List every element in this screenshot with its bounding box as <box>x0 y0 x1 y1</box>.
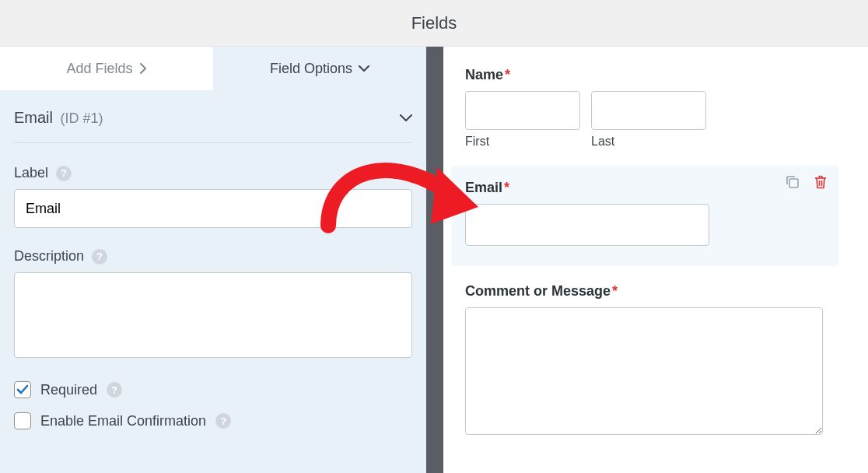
email-label-text: Email <box>465 180 502 195</box>
trash-icon[interactable] <box>812 173 829 191</box>
name-label: Name* <box>465 67 862 83</box>
tab-field-options[interactable]: Field Options <box>213 47 426 90</box>
help-icon[interactable]: ? <box>107 382 122 398</box>
name-label-text: Name <box>465 67 503 82</box>
last-name-input[interactable] <box>591 91 706 130</box>
sidebar-tabs: Add Fields Field Options <box>0 47 426 90</box>
help-icon[interactable]: ? <box>215 413 231 429</box>
option-description-text: Description <box>14 248 84 265</box>
svg-rect-0 <box>789 179 798 187</box>
left-sidebar: Add Fields Field Options Email (ID <box>0 47 426 473</box>
editing-field-title: Email (ID #1) <box>14 109 103 127</box>
email-confirmation-label: Enable Email Confirmation <box>40 413 206 429</box>
tab-field-options-label: Field Options <box>270 61 352 77</box>
chevron-right-icon <box>139 63 147 74</box>
preview-email-group-selected[interactable]: Email* <box>451 166 838 266</box>
panel-divider[interactable] <box>426 47 443 473</box>
help-icon[interactable]: ? <box>56 166 72 181</box>
required-asterisk: * <box>504 180 509 195</box>
preview-name-group[interactable]: Name* First Last <box>465 67 862 149</box>
email-label: Email* <box>465 180 824 196</box>
editing-field-id: (ID #1) <box>61 110 103 126</box>
duplicate-icon[interactable] <box>784 173 801 191</box>
required-asterisk: * <box>505 67 510 82</box>
help-icon[interactable]: ? <box>92 249 107 265</box>
description-input[interactable] <box>14 272 412 358</box>
message-label-text: Comment or Message <box>465 283 611 299</box>
form-preview: Name* First Last <box>443 47 868 473</box>
required-checkbox[interactable] <box>14 381 31 398</box>
first-name-sublabel: First <box>465 135 580 149</box>
editing-field-header[interactable]: Email (ID #1) <box>14 109 412 143</box>
editing-field-name: Email <box>14 109 53 126</box>
email-confirmation-row: Enable Email Confirmation ? <box>14 412 412 429</box>
email-confirmation-checkbox[interactable] <box>14 412 31 429</box>
message-textarea[interactable] <box>465 307 823 435</box>
required-asterisk: * <box>612 283 618 299</box>
tab-add-fields[interactable]: Add Fields <box>0 47 213 90</box>
required-label: Required <box>40 382 97 398</box>
field-options-panel: Email (ID #1) Label ? De <box>0 90 426 451</box>
email-input[interactable] <box>465 204 709 246</box>
message-label: Comment or Message* <box>465 283 862 300</box>
chevron-down-icon <box>359 65 369 72</box>
first-name-input[interactable] <box>465 91 580 130</box>
last-name-sublabel: Last <box>591 135 706 149</box>
tab-add-fields-label: Add Fields <box>66 61 132 77</box>
page-title: Fields <box>411 13 457 33</box>
option-description-row: Description ? <box>14 248 412 361</box>
label-input[interactable] <box>14 189 412 228</box>
option-label-row: Label ? <box>14 165 412 228</box>
option-label-text: Label <box>14 165 48 181</box>
chevron-down-icon <box>400 111 412 125</box>
required-checkbox-row: Required ? <box>14 381 412 398</box>
preview-message-group[interactable]: Comment or Message* <box>465 283 862 438</box>
page-title-bar: Fields <box>0 0 868 47</box>
